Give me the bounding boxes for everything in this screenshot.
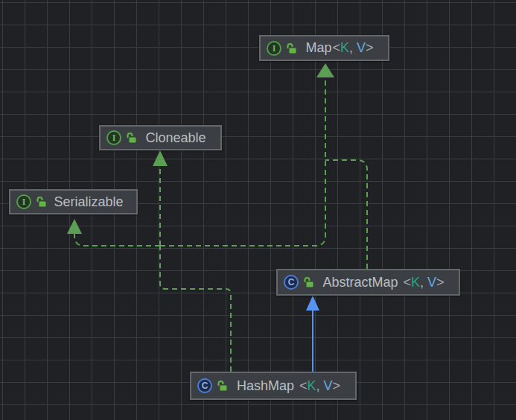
node-icons: C	[284, 275, 314, 290]
edge-hashmap-implements-map[interactable]	[160, 77, 325, 246]
node-icons: I	[267, 41, 297, 56]
implements-arrowhead-map	[316, 63, 334, 77]
interface-icon: I	[106, 130, 121, 145]
node-cloneable-interface[interactable]: I Cloneable	[99, 125, 222, 150]
diagram-canvas: I Map<K, V> I Cloneable I Serializa	[0, 0, 516, 420]
node-label: Cloneable	[137, 130, 214, 146]
unlocked-padlock-icon	[125, 132, 137, 144]
type-parameters: <K, V>	[332, 40, 373, 55]
node-label: Serializable	[47, 194, 130, 210]
edge-abstractmap-implements-map[interactable]	[325, 160, 367, 269]
node-icons: I	[106, 130, 137, 145]
type-parameters: <K, V>	[299, 378, 340, 393]
implements-arrowhead-serializable	[67, 219, 82, 234]
unlocked-padlock-icon	[216, 380, 228, 392]
unlocked-padlock-icon	[285, 42, 297, 54]
class-icon: C	[197, 378, 212, 393]
class-name: Map	[305, 40, 331, 55]
extends-arrowhead-abstractmap	[306, 296, 319, 311]
node-serializable-interface[interactable]: I Serializable	[9, 189, 138, 214]
unlocked-padlock-icon	[302, 276, 314, 288]
node-hashmap-class[interactable]: C HashMap<K, V>	[190, 372, 357, 400]
node-abstractmap-class[interactable]: C AbstractMap<K, V>	[276, 269, 460, 296]
interface-icon: I	[267, 41, 281, 56]
unlocked-padlock-icon	[35, 196, 47, 208]
edge-hashmap-implements-trunk[interactable]	[160, 246, 231, 372]
interface-icon: I	[16, 194, 31, 209]
class-name: Serializable	[54, 194, 123, 209]
node-map-interface[interactable]: I Map<K, V>	[259, 35, 389, 61]
node-label: Map<K, V>	[297, 40, 382, 56]
node-label: HashMap<K, V>	[228, 378, 349, 394]
class-name: Cloneable	[145, 130, 206, 145]
class-name: AbstractMap	[322, 275, 398, 290]
edge-hashmap-implements-serializable[interactable]	[74, 232, 160, 246]
type-parameters: <K, V>	[403, 275, 444, 290]
class-name: HashMap	[237, 378, 294, 393]
node-icons: I	[16, 194, 47, 209]
implements-arrowhead-cloneable	[153, 150, 168, 166]
class-icon: C	[284, 275, 299, 290]
node-icons: C	[197, 378, 228, 393]
node-label: AbstractMap<K, V>	[314, 275, 453, 290]
